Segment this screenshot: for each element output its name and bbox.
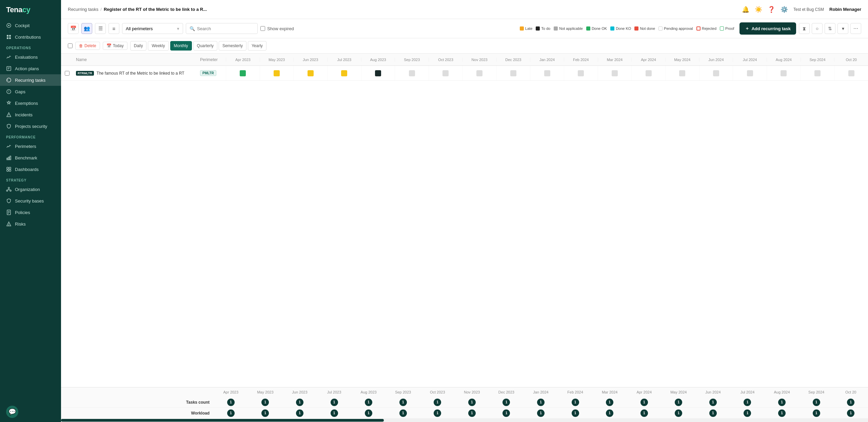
svg-rect-6	[7, 66, 11, 71]
calendar-view-btn[interactable]: 📅	[68, 23, 79, 34]
svg-rect-4	[7, 37, 8, 39]
breadcrumb-separator: /	[100, 7, 102, 12]
add-recurring-task-button[interactable]: ＋ Add recurring task	[739, 22, 796, 35]
sidebar-item-incidents[interactable]: Incidents	[0, 109, 61, 120]
delete-label: Delete	[84, 43, 96, 48]
sort-button[interactable]: ⇅	[825, 23, 835, 34]
main-content: Recurring tasks / Register of the RT of …	[61, 0, 868, 422]
sidebar-item-exemptions[interactable]: Exemptions	[0, 97, 61, 109]
freq-btn-yearly[interactable]: Yearly	[248, 41, 267, 51]
sidebar-item-action-plans[interactable]: Action plans	[0, 63, 61, 74]
toolbar: 📅 👥 ☰ ≡ All perimeters ▾ 🔍 Show expired …	[61, 19, 868, 38]
month-cell-9[interactable]	[530, 66, 564, 80]
sidebar-item-risks[interactable]: Risks	[0, 218, 61, 230]
scrollbar[interactable]	[61, 419, 868, 422]
month-cell-14[interactable]	[699, 66, 733, 80]
month-cell-7[interactable]	[462, 66, 496, 80]
filter-buttons: ⧗ ○ ⇅ ▾ ⋯	[799, 23, 861, 34]
workload-badge: 1	[227, 409, 235, 417]
count-badge: 1	[227, 399, 235, 406]
sidebar-item-benchmark[interactable]: Benchmark	[0, 152, 61, 164]
sidebar-item-policies[interactable]: Policies	[0, 207, 61, 218]
sidebar-item-contributions[interactable]: Contributions	[0, 31, 61, 43]
more-button[interactable]: ⋯	[850, 23, 861, 34]
month-cell-4[interactable]	[361, 66, 395, 80]
sidebar-item-projects-security[interactable]: Projects security	[0, 120, 61, 132]
legend: Late To do Not applicable Done OK Done K…	[297, 26, 734, 31]
tasks-count-label: Tasks count	[61, 400, 214, 405]
workload-badge: 1	[468, 409, 476, 417]
month-cell-13[interactable]	[665, 66, 699, 80]
th-month-Jan-2024: Jan 2024	[530, 58, 564, 62]
count-badge: 1	[744, 399, 751, 406]
policies-icon	[6, 210, 12, 215]
sidebar-item-perimeters[interactable]: Perimeters	[0, 140, 61, 152]
month-cell-5[interactable]	[395, 66, 429, 80]
month-cell-12[interactable]	[631, 66, 665, 80]
task-dot	[747, 70, 753, 76]
month-cell-1[interactable]	[260, 66, 294, 80]
legend-dot-proof	[720, 26, 724, 31]
month-cell-18[interactable]	[834, 66, 868, 80]
freq-btn-daily[interactable]: Daily	[130, 41, 147, 51]
sort-dropdown-button[interactable]: ▾	[837, 23, 848, 34]
svg-rect-15	[7, 158, 8, 160]
month-cell-3[interactable]	[327, 66, 361, 80]
tasks-count-cell-14: 1	[696, 399, 730, 406]
sidebar-item-dashboards[interactable]: Dashboards	[0, 164, 61, 175]
perimeter-tag: PMLTR	[200, 70, 216, 76]
topbar-right: 🔔 ☀️ ❓ ⚙️ Test et Bug CSM Robin Menager	[742, 6, 861, 13]
performance-section-label: PERFORMANCE	[0, 132, 61, 140]
show-expired-label[interactable]: Show expired	[260, 26, 294, 31]
list-view-btn[interactable]: ☰	[95, 23, 106, 34]
sidebar-item-cockpit[interactable]: Cockpit	[0, 20, 61, 31]
chat-button[interactable]: 💬	[6, 406, 18, 418]
month-cell-10[interactable]	[564, 66, 598, 80]
delete-button[interactable]: 🗑 Delete	[75, 42, 100, 50]
month-cell-16[interactable]	[767, 66, 801, 80]
workload-badge: 1	[399, 409, 407, 417]
month-cell-11[interactable]	[598, 66, 632, 80]
scrollbar-thumb[interactable]	[61, 419, 384, 422]
perimeter-select[interactable]: All perimeters ▾	[122, 23, 183, 34]
breadcrumb-parent[interactable]: Recurring tasks	[68, 7, 98, 12]
circle-filter-button[interactable]: ○	[812, 23, 823, 34]
show-expired-checkbox[interactable]	[260, 26, 265, 31]
settings-icon[interactable]: ⚙️	[781, 6, 788, 13]
workload-cell-16: 1	[765, 409, 799, 417]
sidebar-item-organization[interactable]: Organization	[0, 184, 61, 195]
detail-view-btn[interactable]: ≡	[108, 23, 119, 34]
month-cell-15[interactable]	[733, 66, 767, 80]
select-all-checkbox[interactable]	[68, 43, 73, 48]
today-button[interactable]: 📅 Today	[103, 42, 127, 50]
help-icon[interactable]: ❓	[768, 6, 775, 13]
sidebar-item-gaps[interactable]: Gaps	[0, 86, 61, 97]
workload-cell-5: 1	[386, 409, 420, 417]
month-cell-0[interactable]	[226, 66, 260, 80]
group-view-btn[interactable]: 👥	[81, 23, 92, 34]
notification-icon[interactable]: 🔔	[742, 6, 749, 13]
search-box[interactable]: 🔍	[186, 23, 258, 34]
workload-cell-6: 1	[420, 409, 455, 417]
month-cell-6[interactable]	[429, 66, 462, 80]
sidebar-item-evaluations[interactable]: Evaluations	[0, 51, 61, 63]
search-icon: 🔍	[190, 26, 195, 31]
filter-button[interactable]: ⧗	[799, 23, 810, 34]
count-badge: 1	[606, 399, 613, 406]
freq-btn-quarterly[interactable]: Quarterly	[193, 41, 217, 51]
row-checkbox[interactable]	[61, 71, 73, 76]
tasks-count-cell-15: 1	[730, 399, 765, 406]
freq-btn-weekly[interactable]: Weekly	[148, 41, 169, 51]
projects-security-icon	[6, 123, 12, 129]
sidebar-item-recurring-tasks[interactable]: Recurring tasks	[0, 74, 61, 86]
svg-rect-18	[7, 167, 8, 169]
freq-btn-semesterly[interactable]: Semesterly	[219, 41, 246, 51]
tasks-count-cell-18: 1	[833, 399, 868, 406]
month-cell-17[interactable]	[801, 66, 834, 80]
search-input[interactable]	[197, 26, 254, 31]
month-cell-2[interactable]	[293, 66, 327, 80]
freq-btn-monthly[interactable]: Monthly	[170, 41, 192, 51]
theme-icon[interactable]: ☀️	[755, 6, 762, 13]
sidebar-item-security-bases[interactable]: Security bases	[0, 195, 61, 207]
month-cell-8[interactable]	[496, 66, 530, 80]
